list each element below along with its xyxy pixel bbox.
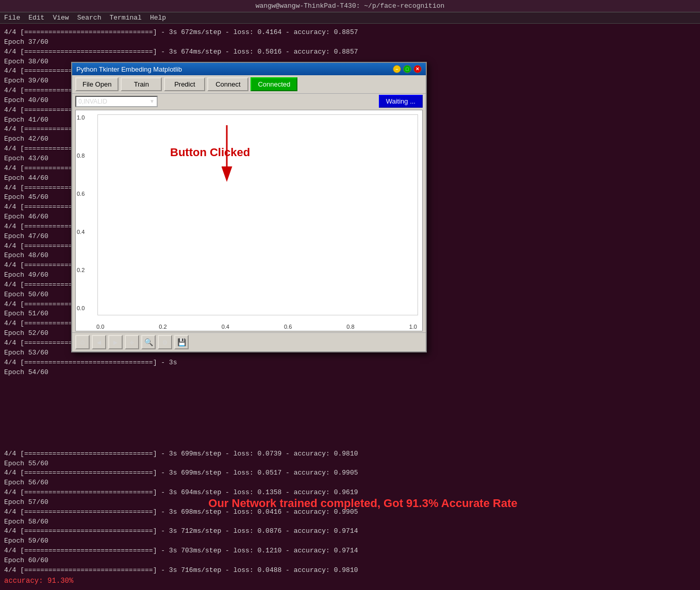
y-label: 0.0 xyxy=(77,305,95,311)
terminal-line: Epoch 57/60 xyxy=(4,498,696,508)
menu-edit[interactable]: Edit xyxy=(28,14,44,22)
y-label: 0.8 xyxy=(77,153,95,159)
y-label: 1.0 xyxy=(77,114,95,121)
waiting-button[interactable]: Waiting ... xyxy=(379,95,423,108)
tkinter-window: Python Tkinter Embeding Matplotlib – □ ✕… xyxy=(71,62,427,352)
x-label: 0.8 xyxy=(346,324,354,330)
menu-help[interactable]: Help xyxy=(150,14,166,22)
menu-terminal[interactable]: Terminal xyxy=(109,14,141,22)
x-label: 0.4 xyxy=(222,324,229,330)
accuracy-line: accuracy: 91.30% xyxy=(4,576,696,586)
tkinter-titlebar: Python Tkinter Embeding Matplotlib – □ ✕ xyxy=(72,63,426,75)
dropdown-arrow-icon: ▼ xyxy=(149,98,155,104)
train-button[interactable]: Train xyxy=(121,77,162,91)
maximize-button[interactable]: □ xyxy=(403,65,411,73)
x-label: 1.0 xyxy=(409,324,417,330)
terminal-output-bottom: 4/4 [================================] -… xyxy=(0,445,700,590)
terminal-line: 4/4 [================================] -… xyxy=(4,566,696,576)
terminal-line: Epoch 60/60 xyxy=(4,556,696,566)
menu-file[interactable]: File xyxy=(4,14,20,22)
menu-view[interactable]: View xyxy=(53,14,69,22)
terminal-menubar: File Edit View Search Terminal Help xyxy=(0,12,700,24)
terminal-line: Epoch 37/60 xyxy=(4,38,696,47)
plot-canvas: Button Clicked xyxy=(97,114,418,315)
terminal-line: Epoch 58/60 xyxy=(4,517,696,527)
pan-button[interactable]: ✛ xyxy=(125,335,139,349)
tkinter-title: Python Tkinter Embeding Matplotlib xyxy=(76,65,182,73)
terminal-line: 4/4 [================================] -… xyxy=(4,468,696,478)
zoom-button[interactable]: 🔍 xyxy=(141,335,156,349)
minimize-button[interactable]: – xyxy=(393,65,401,73)
terminal-line: 4/4 [================================] -… xyxy=(4,527,696,536)
connected-button[interactable]: Connected xyxy=(251,77,297,91)
terminal-line: 4/4 [================================] -… xyxy=(4,47,696,57)
home-button[interactable]: ⌂ xyxy=(75,335,90,349)
forward-button[interactable]: ▶ xyxy=(108,335,123,349)
terminal-line: Epoch 54/60 xyxy=(4,368,696,378)
y-axis: 0.0 0.2 0.4 0.6 0.8 1.0 xyxy=(76,110,96,315)
tkinter-toolbar: File Open Train Predict Connect Connecte… xyxy=(72,75,426,94)
terminal-line: 4/4 [================================] -… xyxy=(4,508,696,517)
connect-button[interactable]: Connect xyxy=(207,77,248,91)
configure-button[interactable]: ⚙ xyxy=(158,335,172,349)
x-label: 0.2 xyxy=(159,324,166,330)
dropdown-value: 0,INVALID xyxy=(78,98,107,105)
terminal-title: wangw@wangw-ThinkPad-T430: ~/p/face-reco… xyxy=(256,2,445,10)
terminal-line: 4/4 [================================] -… xyxy=(4,28,696,38)
predict-button[interactable]: Predict xyxy=(164,77,205,91)
plot-area: 0.0 0.2 0.4 0.6 0.8 1.0 Button Clicked xyxy=(75,110,423,331)
close-button[interactable]: ✕ xyxy=(413,65,422,73)
x-label: 0.0 xyxy=(96,324,104,330)
x-label: 0.6 xyxy=(284,324,292,330)
plot-annotation-text: Button Clicked xyxy=(170,146,250,159)
y-label: 0.2 xyxy=(77,267,95,273)
file-open-button[interactable]: File Open xyxy=(75,77,119,91)
y-label: 0.6 xyxy=(77,191,95,197)
terminal-line: 4/4 [================================] -… xyxy=(4,546,696,556)
terminal-line: Epoch 59/60 xyxy=(4,536,696,546)
dropdown-selector[interactable]: 0,INVALID ▼ xyxy=(75,96,158,107)
x-axis: 0.0 0.2 0.4 0.6 0.8 1.0 xyxy=(96,324,417,330)
terminal-line: 4/4 [================================] -… xyxy=(4,449,696,459)
matplotlib-toolbar: ⌂ ◀ ▶ ✛ 🔍 ⚙ 💾 xyxy=(72,332,426,351)
tkinter-window-controls: – □ ✕ xyxy=(393,65,422,73)
terminal-line: Epoch 56/60 xyxy=(4,478,696,488)
terminal-line: Epoch 55/60 xyxy=(4,459,696,469)
terminal-titlebar: wangw@wangw-ThinkPad-T430: ~/p/face-reco… xyxy=(0,0,700,12)
back-button[interactable]: ◀ xyxy=(92,335,106,349)
menu-search[interactable]: Search xyxy=(77,14,102,22)
y-label: 0.4 xyxy=(77,229,95,235)
terminal-line: 4/4 [================================] -… xyxy=(4,358,696,368)
save-button[interactable]: 💾 xyxy=(174,335,189,349)
tkinter-status-row: 0,INVALID ▼ Waiting ... xyxy=(72,94,426,109)
terminal-line: 4/4 [================================] -… xyxy=(4,488,696,498)
